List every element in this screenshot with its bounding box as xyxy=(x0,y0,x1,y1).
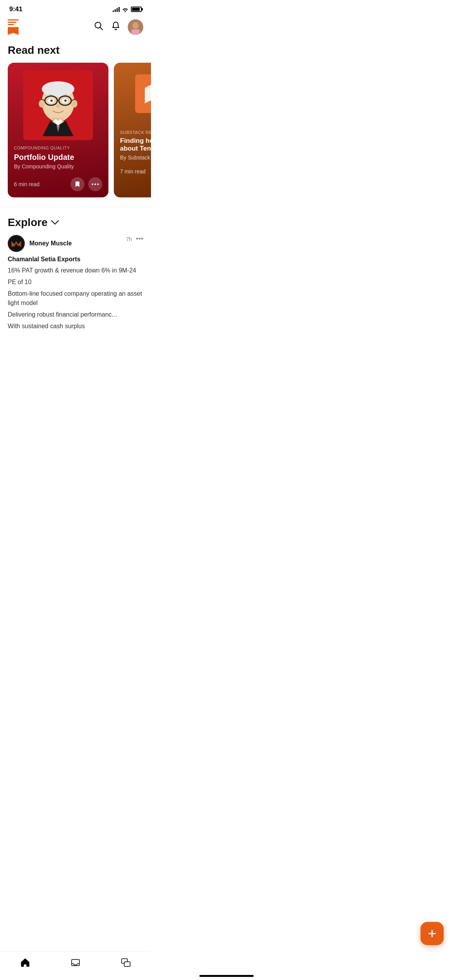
book-icon-bg xyxy=(135,74,151,113)
svg-point-23 xyxy=(94,183,96,185)
svg-point-19 xyxy=(39,100,45,108)
svg-point-22 xyxy=(92,183,93,185)
post-meta-0: Money Muscle xyxy=(29,240,72,247)
card-read-time-2: 7 min read xyxy=(120,168,146,175)
wifi-icon xyxy=(122,7,129,12)
cards-scroll-area[interactable]: COMPOUNDING QUALITY Portfolio Update By … xyxy=(0,63,151,205)
search-icon[interactable] xyxy=(94,21,104,33)
post-line-4: Delivering robust financial performanc..… xyxy=(8,310,143,319)
card-content-1: COMPOUNDING QUALITY Portfolio Update By … xyxy=(8,140,108,197)
money-muscle-logo xyxy=(9,236,23,250)
svg-point-18 xyxy=(56,105,60,108)
post-header-right-0: 7h ••• xyxy=(126,235,143,243)
svg-point-24 xyxy=(97,183,99,185)
post-more-button-0[interactable]: ••• xyxy=(136,235,143,243)
post-line-3: Bottom-line focused company operating an… xyxy=(8,289,143,308)
card-footer-1: 6 min read xyxy=(14,177,102,191)
card-publisher-1: COMPOUNDING QUALITY xyxy=(14,146,102,150)
post-avatar-0 xyxy=(8,235,25,252)
explore-header: Explore xyxy=(0,209,151,235)
card-title-1: Portfolio Update xyxy=(14,152,102,162)
svg-point-8 xyxy=(42,81,74,97)
signal-bars-icon xyxy=(113,7,120,12)
post-line-1: 16% PAT growth & revenue down 6% in 9M-2… xyxy=(8,266,143,275)
read-next-title: Read next xyxy=(0,39,151,63)
card-author-1: By Compounding Quality xyxy=(14,163,102,170)
battery-icon xyxy=(131,7,142,12)
explore-dropdown-icon[interactable] xyxy=(51,218,59,227)
svg-point-3 xyxy=(132,22,139,29)
card-content-2: SUBSTACK READS Finding home, t...about T… xyxy=(114,125,151,181)
post-author-name-0: Money Muscle xyxy=(29,240,72,247)
card-substack-reads[interactable]: SUBSTACK READS Finding home, t...about T… xyxy=(114,63,151,197)
card-portfolio-update[interactable]: COMPOUNDING QUALITY Portfolio Update By … xyxy=(8,63,108,197)
header-actions xyxy=(94,19,143,35)
card-title-2: Finding home, t...about Ten Cent... xyxy=(120,137,151,153)
card-image-book xyxy=(114,63,151,125)
post-subtitle-0: Chamanlal Setia Exports xyxy=(8,256,143,263)
card-read-time-1: 6 min read xyxy=(14,181,39,187)
svg-line-1 xyxy=(100,27,103,30)
status-time: 9:41 xyxy=(9,5,22,13)
post-item-0[interactable]: Money Muscle 7h ••• Chamanlal Setia Expo… xyxy=(0,235,151,339)
card-footer-2: 7 min read xyxy=(120,168,151,175)
svg-point-20 xyxy=(71,100,77,108)
post-author-info-0: Money Muscle xyxy=(8,235,72,252)
post-body-0: 16% PAT growth & revenue down 6% in 9M-2… xyxy=(8,266,143,331)
post-time-0: 7h xyxy=(126,236,132,242)
post-line-2: PE of 10 xyxy=(8,278,143,287)
notifications-icon[interactable] xyxy=(111,21,121,33)
card-image-person xyxy=(23,70,93,140)
buffett-illustration xyxy=(27,74,89,136)
post-line-5: With sustained cash surplus xyxy=(8,322,143,331)
card-actions-1 xyxy=(70,177,102,191)
explore-title: Explore xyxy=(8,216,48,229)
svg-rect-5 xyxy=(132,29,139,35)
more-options-button-1[interactable] xyxy=(88,177,102,191)
card-publisher-2: SUBSTACK READS xyxy=(120,130,151,135)
app-header xyxy=(0,16,151,39)
section-divider xyxy=(0,207,151,207)
bookmark-button-1[interactable] xyxy=(70,177,84,191)
app-logo[interactable] xyxy=(8,19,19,35)
svg-point-15 xyxy=(50,99,53,102)
book-icon xyxy=(141,80,151,107)
avatar[interactable] xyxy=(128,19,143,35)
status-icons xyxy=(113,7,142,12)
post-header-0: Money Muscle 7h ••• xyxy=(8,235,143,252)
card-author-2: By Substack Rea... xyxy=(120,154,151,161)
status-bar: 9:41 xyxy=(0,0,151,16)
svg-point-17 xyxy=(64,99,67,102)
